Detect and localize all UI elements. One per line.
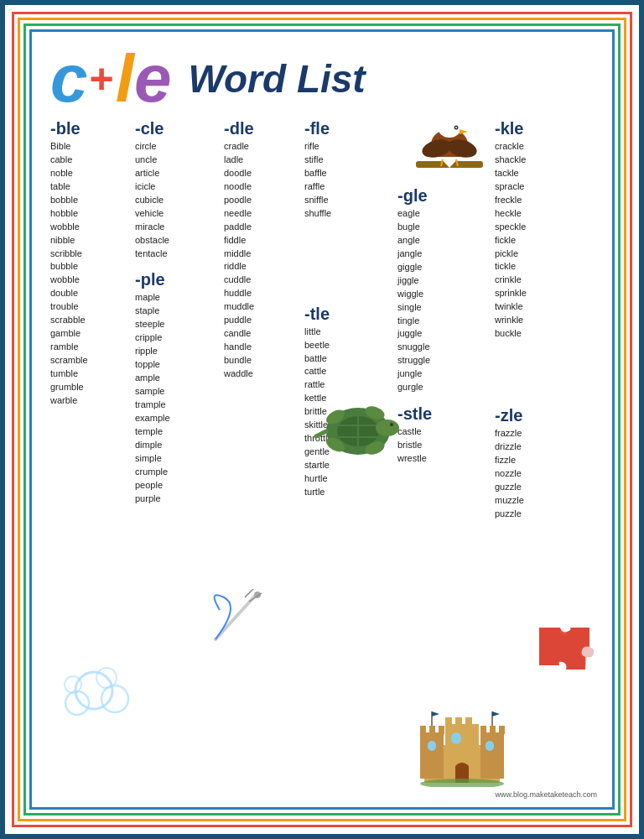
section-ple: -ple maplestaplesteeplecripplerippletopp… <box>135 270 219 505</box>
svg-rect-45 <box>490 726 496 734</box>
section-dle: -dle cradleladledoodlenoodlepoodleneedle… <box>224 119 299 779</box>
section-gle: -gle eaglebugleanglejanglegigglejigglewi… <box>397 186 490 394</box>
svg-rect-49 <box>486 741 494 751</box>
svg-point-31 <box>65 676 81 693</box>
inner-border2: c + le Word List <box>18 18 626 821</box>
logo-c: c <box>50 45 88 112</box>
svg-line-22 <box>316 431 326 436</box>
stle-heading: -stle <box>397 404 490 424</box>
section-cle: -cle circleunclearticleiciclecubiclevehi… <box>135 119 219 260</box>
section-zle: -zle frazzledrizzlefizzlenozzleguzzlemuz… <box>495 406 583 521</box>
svg-rect-37 <box>455 717 462 727</box>
tle-heading: -tle <box>304 305 392 324</box>
cle-heading: -cle <box>135 119 219 138</box>
needle-illustration <box>199 589 274 648</box>
svg-point-32 <box>85 680 91 687</box>
outer-border: c + le Word List <box>0 0 644 839</box>
svg-rect-40 <box>480 732 504 779</box>
col2: -cle circleunclearticleiciclecubiclevehi… <box>135 119 219 779</box>
kle-heading: -kle <box>495 119 583 138</box>
svg-marker-3 <box>460 129 468 134</box>
page-title: Word List <box>188 56 365 102</box>
svg-rect-36 <box>445 717 452 727</box>
content-area: c + le Word List <box>35 35 609 804</box>
svg-line-26 <box>245 589 253 597</box>
ble-heading: -ble <box>50 119 130 138</box>
section-stle: -stle castlebristlewrestle <box>397 404 490 466</box>
puzzle-illustration <box>535 623 594 674</box>
section-kle: -kle crackleshackletacklespraclefreckleh… <box>495 119 583 341</box>
castle-illustration <box>416 707 508 787</box>
col5: -gle eaglebugleanglejanglegigglejigglewi… <box>397 119 490 779</box>
svg-point-33 <box>70 696 75 701</box>
svg-point-17 <box>390 423 393 426</box>
svg-rect-43 <box>439 726 444 734</box>
ble-words: Biblecablenobletablebobblehobblewobbleni… <box>50 140 130 408</box>
svg-rect-44 <box>480 726 486 734</box>
svg-point-29 <box>101 685 128 712</box>
inner-border3: c + le Word List <box>23 23 621 816</box>
logo-plus: + <box>90 58 114 100</box>
gle-words: eaglebugleanglejanglegigglejigglewiggles… <box>397 207 490 394</box>
fle-heading: -fle <box>304 119 392 138</box>
kle-words: crackleshackletacklespraclefreckleheckle… <box>495 140 583 341</box>
dle-words: cradleladledoodlenoodlepoodleneedlepaddl… <box>224 140 299 381</box>
website-credit: www.blog.maketaketeach.com <box>495 790 597 799</box>
logo: c + le <box>50 45 171 112</box>
gle-heading: -gle <box>397 186 490 206</box>
svg-point-16 <box>376 420 399 436</box>
turtle-illustration <box>312 396 404 463</box>
logo-e: e <box>134 45 172 112</box>
inner-border1: c + le Word List <box>12 12 632 827</box>
ple-heading: -ple <box>135 270 219 289</box>
svg-point-5 <box>455 127 457 128</box>
svg-point-27 <box>75 672 112 709</box>
svg-rect-38 <box>465 717 472 727</box>
section-fle: -fle riflestiflebafflerafflesniffleshuff… <box>304 119 392 221</box>
zle-words: frazzledrizzlefizzlenozzleguzzlemuzzlepu… <box>495 427 583 521</box>
col6: -kle crackleshackletacklespraclefreckleh… <box>495 119 583 779</box>
cle-words: circleunclearticleiciclecubiclevehiclemi… <box>135 140 219 260</box>
svg-rect-48 <box>428 741 436 751</box>
svg-rect-41 <box>420 726 426 734</box>
svg-marker-51 <box>432 711 439 717</box>
svg-marker-53 <box>492 711 500 717</box>
ple-words: maplestaplesteeplecripplerippletoppleamp… <box>135 291 219 505</box>
svg-rect-39 <box>420 732 444 779</box>
stle-words: castlebristlewrestle <box>397 425 490 466</box>
eagle-illustration <box>408 111 491 178</box>
dle-heading: -dle <box>224 119 299 138</box>
svg-rect-47 <box>451 732 461 744</box>
inner-border4: c + le Word List <box>29 29 615 810</box>
svg-rect-42 <box>429 726 435 734</box>
fle-words: riflestiflebafflerafflesniffleshuffle <box>304 140 392 221</box>
header: c + le Word List <box>50 45 594 112</box>
zle-heading: -zle <box>495 406 583 425</box>
logo-l: l <box>116 45 134 112</box>
bubbles-illustration <box>60 661 136 720</box>
svg-rect-46 <box>499 726 505 734</box>
